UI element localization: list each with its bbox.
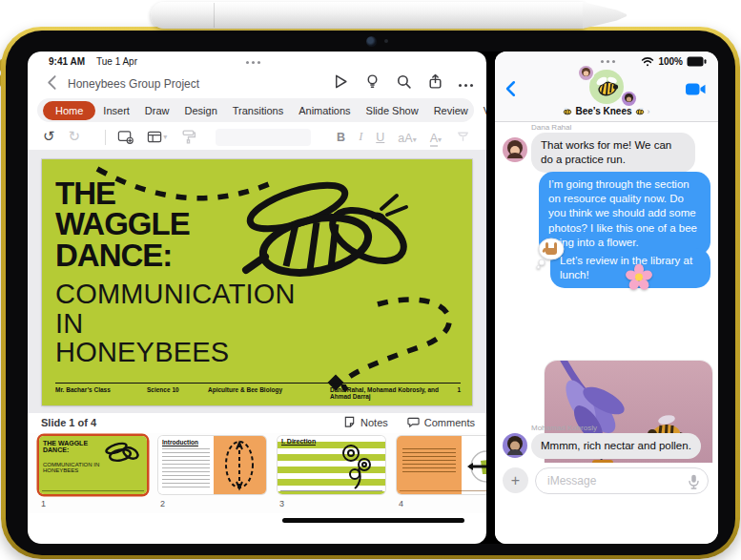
slide-subtitle-text[interactable]: COMMUNICATION IN HONEYBEES: [55, 280, 296, 367]
powerpoint-app-pane: 9:41 AM Tue 1 Apr Honeybees Group Projec…: [28, 52, 486, 544]
ipad-device-frame: 9:41 AM Tue 1 Apr Honeybees Group Projec…: [1, 27, 740, 559]
front-camera: [366, 36, 377, 47]
redo-icon[interactable]: ↻: [69, 130, 81, 144]
font-name-box: [216, 129, 311, 146]
message-composer: +: [495, 463, 718, 544]
waggle-diagram-doodle: [214, 436, 266, 494]
tab-review[interactable]: Review: [426, 101, 476, 120]
apple-pencil: [151, 2, 585, 29]
slide-status-row: Slide 1 of 4 Notes Comments: [28, 413, 486, 433]
thumbnail-slide-2[interactable]: Introduction: [158, 436, 266, 494]
love-you-hand-sticker[interactable]: [535, 237, 566, 269]
detail-chevron-icon: ›: [648, 107, 650, 116]
thumb-number-1: 1: [41, 499, 46, 508]
tab-slideshow[interactable]: Slide Show: [359, 101, 426, 120]
page-background: 9:41 AM Tue 1 Apr Honeybees Group Projec…: [0, 0, 741, 560]
facetime-video-icon[interactable]: [686, 82, 707, 96]
left-status-bar: 9:41 AM Tue 1 Apr: [28, 52, 486, 71]
message-received-1[interactable]: That works for me! We can do a practice …: [531, 133, 695, 173]
wifi-icon: [641, 56, 654, 67]
conversation-name: Bee’s Knees: [575, 106, 631, 116]
bold-button[interactable]: B: [337, 131, 345, 144]
battery-icon: [687, 56, 707, 67]
back-chevron-icon[interactable]: [503, 80, 520, 97]
more-options-icon[interactable]: [459, 84, 473, 87]
font-color-button[interactable]: A▾: [430, 129, 442, 146]
apple-pencil-tip: [583, 2, 627, 29]
group-avatar-bee[interactable]: [589, 70, 624, 104]
camera-sensor-dot: [384, 39, 388, 43]
thumbnail-slide-3[interactable]: I. Direction: [278, 436, 385, 494]
search-icon[interactable]: [396, 73, 412, 90]
imessage-input[interactable]: [547, 469, 681, 492]
thumb-number-4: 4: [399, 499, 403, 508]
multitask-handle-icon[interactable]: [246, 61, 260, 64]
italic-button[interactable]: I: [359, 130, 362, 144]
thumb-number-2: 2: [160, 499, 165, 508]
tab-view[interactable]: View: [476, 101, 486, 120]
messages-header: 100%: [495, 52, 718, 122]
split-view-divider[interactable]: [486, 52, 495, 544]
formatting-toolbar: ↺ ↻ ▾: [28, 124, 486, 150]
avatar-mohamad[interactable]: [503, 433, 527, 458]
ribbon-tab-bar: Home Insert Draw Design Transitions Anim…: [37, 98, 474, 122]
bee-emoji: [563, 107, 572, 115]
comments-icon: [407, 416, 420, 428]
undo-icon[interactable]: ↺: [43, 130, 55, 144]
present-button[interactable]: [333, 73, 349, 90]
slide-1[interactable]: THE WAGGLE DANCE: COMMUNICATION IN HONEY…: [42, 159, 472, 405]
home-indicator[interactable]: [282, 518, 464, 523]
lightbulb-icon[interactable]: [364, 73, 381, 90]
bee-emoji: [635, 107, 645, 115]
messages-app-pane: 100%: [495, 52, 718, 544]
new-slide-icon[interactable]: [117, 129, 134, 145]
avatar-dana[interactable]: [503, 137, 527, 162]
share-icon[interactable]: [427, 73, 443, 90]
comments-button[interactable]: Comments: [407, 416, 475, 428]
dictation-mic-icon[interactable]: [689, 474, 699, 489]
underline-button[interactable]: U: [376, 131, 384, 144]
format-painter-icon[interactable]: [180, 129, 196, 145]
tab-animations[interactable]: Animations: [291, 101, 358, 120]
multitask-handle-icon[interactable]: [601, 60, 615, 63]
flower-sticker[interactable]: [625, 263, 653, 292]
status-time: 9:41 AM: [49, 56, 85, 67]
highlight-button[interactable]: [455, 129, 471, 145]
tab-draw[interactable]: Draw: [137, 101, 177, 120]
slide-canvas[interactable]: THE WAGGLE DANCE: COMMUNICATION IN HONEY…: [28, 150, 486, 413]
flower-doodle: [334, 444, 378, 489]
notes-button[interactable]: Notes: [343, 416, 388, 428]
conversation-title-row[interactable]: Bee’s Knees ›: [495, 106, 718, 116]
tab-home[interactable]: Home: [43, 101, 95, 120]
tab-transitions[interactable]: Transitions: [225, 101, 291, 120]
slide-title-text[interactable]: THE WAGGLE DANCE:: [55, 178, 190, 271]
text-size-button[interactable]: aA▾: [398, 129, 416, 146]
document-title[interactable]: Honeybees Group Project: [68, 77, 199, 91]
sender-label: Mohamad Kobrosly: [531, 424, 597, 432]
tab-design[interactable]: Design: [177, 101, 225, 120]
participant-avatar-mohamad-small[interactable]: [622, 92, 636, 106]
ipad-bezel: 9:41 AM Tue 1 Apr Honeybees Group Projec…: [6, 31, 735, 555]
thumbnail-strip: THE WAGGLE DANCE: COMMUNICATION IN HONEY…: [28, 433, 486, 513]
slide-footer[interactable]: Mr. Bachar’s Class Science 10 Apiculture…: [55, 383, 461, 400]
status-date: Tue 1 Apr: [96, 56, 137, 67]
right-status-cluster: 100%: [641, 56, 707, 67]
powerpoint-title-bar: Honeybees Group Project: [28, 71, 486, 96]
layout-icon[interactable]: ▾: [147, 129, 167, 145]
imessage-input-wrap: [535, 467, 709, 494]
thumb-number-3: 3: [279, 499, 284, 508]
notes-icon: [343, 416, 356, 428]
slide-count-label: Slide 1 of 4: [41, 417, 96, 428]
compass-diagram: [462, 436, 486, 494]
back-chevron-icon[interactable]: [45, 74, 60, 90]
tab-insert[interactable]: Insert: [95, 101, 137, 120]
sender-label: Dana Rahal: [531, 123, 571, 132]
message-received-2[interactable]: Mmmm, rich nectar and pollen.: [531, 433, 701, 459]
thumb-body-text-lines: [162, 448, 210, 490]
conversation-scroll-area[interactable]: Dana Rahal That works for me! We can do …: [495, 122, 718, 463]
thumbnail-slide-4[interactable]: [397, 436, 486, 494]
add-attachment-button[interactable]: +: [503, 467, 528, 493]
participant-avatar-dana-small[interactable]: [579, 66, 593, 80]
thumb-bee-doodle: [101, 440, 143, 465]
thumbnail-slide-1[interactable]: THE WAGGLE DANCE: COMMUNICATION IN HONEY…: [39, 436, 147, 494]
